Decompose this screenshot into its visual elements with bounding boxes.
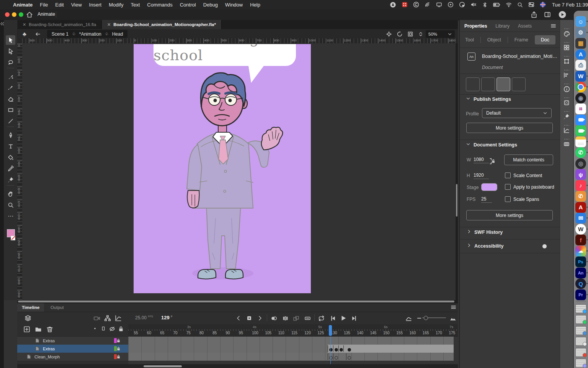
keyframe-dot[interactable] (335, 356, 338, 360)
menu-file[interactable]: File (40, 2, 48, 8)
asset-warp-tool[interactable] (6, 175, 15, 184)
pasteboard[interactable]: that boarding school (22, 43, 456, 300)
airplay-icon[interactable] (425, 2, 431, 8)
loop-playback-icon[interactable] (317, 314, 326, 323)
keyframe-dot[interactable] (348, 348, 351, 352)
breadcrumb-scene[interactable]: Scene 1 (52, 31, 69, 37)
camera-icon[interactable] (92, 314, 101, 323)
frame-span-icon[interactable] (303, 314, 312, 323)
dock-minimized-window[interactable] (575, 303, 586, 314)
menu-insert[interactable]: Insert (89, 2, 102, 8)
menu-animate[interactable]: Animate (13, 2, 33, 8)
workspace-layout-icon[interactable] (544, 11, 551, 18)
tab-library[interactable]: Library (495, 23, 510, 29)
dock-app-store[interactable]: A (575, 49, 586, 60)
resize-timeline-icon[interactable] (404, 314, 413, 323)
layer-track[interactable] (128, 345, 454, 353)
badge-app-icon[interactable] (402, 2, 408, 8)
layer-row-extras[interactable]: Extras (17, 345, 128, 353)
display-icon[interactable] (436, 2, 442, 8)
profile-select[interactable]: Default (482, 108, 552, 118)
subtab-frame[interactable]: Frame (514, 37, 528, 43)
motion-editor-panel-icon[interactable] (560, 125, 573, 135)
current-frame-readout[interactable]: 129 F (161, 315, 173, 320)
more-tools[interactable] (6, 211, 15, 221)
new-layer-icon[interactable] (23, 326, 30, 333)
breadcrumb-symbol[interactable]: *Animation (79, 31, 101, 37)
dock-minimized-window[interactable] (575, 347, 586, 358)
dock-minimized-window[interactable] (575, 325, 586, 336)
document-settings-title[interactable]: Document Settings (474, 142, 517, 148)
tab-timeline[interactable]: Timeline (17, 303, 44, 312)
text-tool[interactable] (6, 141, 15, 151)
previous-keyframe-icon[interactable] (234, 314, 243, 323)
line-tool[interactable] (6, 116, 15, 126)
dock-mail[interactable]: ✉ (575, 213, 586, 223)
zoom-stepper[interactable] (418, 31, 423, 37)
stage-color-swatch[interactable] (481, 183, 497, 191)
delete-layer-icon[interactable] (46, 326, 53, 333)
tween-span[interactable] (328, 345, 454, 353)
dock-animate[interactable]: An (575, 268, 586, 278)
menu-help[interactable]: Help (250, 2, 260, 8)
dock-notes[interactable] (575, 136, 586, 147)
info-panel-icon[interactable] (560, 84, 573, 94)
dock-chrome[interactable] (575, 82, 586, 92)
layer-track[interactable] (128, 337, 454, 345)
snippets-panel-icon[interactable] (560, 97, 573, 107)
playhead-marker[interactable] (329, 325, 332, 336)
home-tab[interactable]: Animate (38, 12, 55, 17)
dock-camera-app[interactable]: ◉ (575, 93, 586, 104)
dock-creative-cloud[interactable]: ☁ (575, 246, 586, 256)
tab-output[interactable]: Output (46, 303, 69, 312)
screen-record-icon[interactable] (459, 2, 465, 8)
chevron-right-icon[interactable] (467, 243, 471, 248)
transform-panel-icon[interactable] (560, 56, 573, 66)
back-arrow-icon[interactable] (35, 31, 41, 37)
chevron-right-icon[interactable] (467, 229, 471, 234)
timeline-ruler[interactable]: 3s4s5s6s7s556065707580859095100105110115… (128, 324, 458, 337)
dock-whatsapp[interactable]: ✆ (575, 147, 586, 158)
hide-layers-icon[interactable] (109, 326, 115, 332)
stage-clubs-icon[interactable]: ♣ (23, 31, 26, 37)
subselection-tool[interactable] (6, 46, 15, 56)
publish-more-settings-button[interactable]: More settings (466, 123, 553, 133)
subtab-doc[interactable]: Doc (535, 35, 555, 44)
search-icon[interactable] (517, 2, 523, 8)
dock-slack[interactable]: ⌗ (575, 104, 586, 114)
share-icon[interactable] (531, 11, 537, 18)
magnet-snap-button[interactable] (466, 77, 480, 91)
highlight-layers-icon[interactable] (92, 326, 98, 331)
menu-edit[interactable]: Edit (55, 2, 64, 8)
components-panel-icon[interactable] (560, 139, 573, 149)
publish-settings-title[interactable]: Publish Settings (474, 97, 511, 102)
stage-horizontal-scrollbar[interactable] (17, 300, 458, 303)
accessibility-title[interactable]: Accessibility (474, 243, 503, 249)
keyframe-dot[interactable] (329, 348, 333, 352)
fps-input[interactable]: 25 (481, 196, 492, 203)
close-tab-icon[interactable]: ✕ (23, 22, 26, 27)
minimize-window-button[interactable] (12, 12, 16, 17)
dock-printer[interactable]: ⎙ (575, 60, 586, 71)
next-keyframe-icon[interactable] (255, 314, 265, 323)
dock-flash-player[interactable]: f (575, 235, 586, 245)
snap-align-button[interactable] (481, 77, 495, 91)
maximize-window-button[interactable] (19, 12, 23, 17)
keyframe-dot[interactable] (329, 356, 333, 360)
ring-app-icon[interactable] (390, 2, 396, 8)
dock-photoshop[interactable]: Ps (575, 256, 586, 267)
chevron-down-icon[interactable] (466, 96, 470, 101)
dock-music[interactable]: ♪ (575, 180, 586, 191)
layer-row-extras[interactable]: Extras (17, 337, 128, 345)
frames-area[interactable] (128, 337, 458, 364)
subtab-tool[interactable]: Tool (465, 37, 474, 43)
center-frame-icon[interactable] (245, 314, 254, 323)
dock-phone-app[interactable]: ✆ (575, 191, 586, 202)
dock-audio-app[interactable]: ◎ (575, 158, 586, 169)
menubar-clock[interactable]: Tue 7 Feb 11:39 (552, 2, 588, 8)
outline-layers-icon[interactable] (101, 326, 106, 331)
panel-menu-icon[interactable] (550, 23, 556, 29)
battery-icon[interactable] (493, 1, 500, 8)
selection-tool[interactable] (6, 35, 15, 45)
dock-minimized-window[interactable] (575, 358, 586, 368)
